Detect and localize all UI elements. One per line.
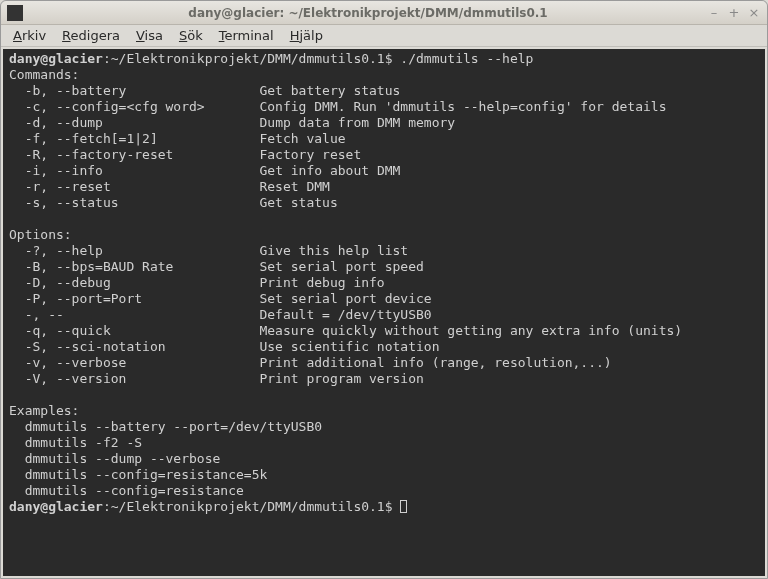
prompt-user: dany@glacier xyxy=(9,51,103,66)
menu-hjalp[interactable]: Hjälp xyxy=(284,26,329,45)
help-row: -f, --fetch[=1|2] Fetch value xyxy=(9,131,346,146)
example-row: dmmutils --battery --port=/dev/ttyUSB0 xyxy=(9,419,322,434)
minimize-button[interactable]: – xyxy=(707,6,721,20)
command-entered: ./dmmutils --help xyxy=(400,51,533,66)
help-row: -c, --config=<cfg word> Config DMM. Run … xyxy=(9,99,666,114)
help-row: -?, --help Give this help list xyxy=(9,243,408,258)
menubar: Arkiv Redigera Visa Sök Terminal Hjälp xyxy=(1,25,767,47)
prompt-user: dany@glacier xyxy=(9,499,103,514)
help-row: -V, --version Print program version xyxy=(9,371,424,386)
help-row: -, -- Default = /dev/ttyUSB0 xyxy=(9,307,432,322)
help-row: -B, --bps=BAUD Rate Set serial port spee… xyxy=(9,259,424,274)
example-row: dmmutils --config=resistance xyxy=(9,483,244,498)
menu-terminal[interactable]: Terminal xyxy=(213,26,280,45)
help-row: -s, --status Get status xyxy=(9,195,338,210)
help-row: -r, --reset Reset DMM xyxy=(9,179,330,194)
prompt-path: ~/Elektronikprojekt/DMM/dmmutils0.1 xyxy=(111,51,385,66)
window-title: dany@glacier: ~/Elektronikprojekt/DMM/dm… xyxy=(29,6,707,20)
terminal-window: dany@glacier: ~/Elektronikprojekt/DMM/dm… xyxy=(0,0,768,579)
example-row: dmmutils -f2 -S xyxy=(9,435,142,450)
prompt-path: ~/Elektronikprojekt/DMM/dmmutils0.1 xyxy=(111,499,385,514)
maximize-button[interactable]: + xyxy=(727,6,741,20)
menu-redigera[interactable]: Redigera xyxy=(56,26,126,45)
help-row: -P, --port=Port Set serial port device xyxy=(9,291,432,306)
menu-sok[interactable]: Sök xyxy=(173,26,209,45)
titlebar[interactable]: dany@glacier: ~/Elektronikprojekt/DMM/dm… xyxy=(1,1,767,25)
help-row: -d, --dump Dump data from DMM memory xyxy=(9,115,455,130)
menu-arkiv[interactable]: Arkiv xyxy=(7,26,52,45)
close-button[interactable]: × xyxy=(747,6,761,20)
help-row: -b, --battery Get battery status xyxy=(9,83,400,98)
terminal-output[interactable]: dany@glacier:~/Elektronikprojekt/DMM/dmm… xyxy=(3,49,765,576)
example-row: dmmutils --dump --verbose xyxy=(9,451,220,466)
terminal-app-icon xyxy=(7,5,23,21)
section-examples-header: Examples: xyxy=(9,403,79,418)
help-row: -S, --sci-notation Use scientific notati… xyxy=(9,339,439,354)
help-row: -q, --quick Measure quickly without gett… xyxy=(9,323,682,338)
menu-visa[interactable]: Visa xyxy=(130,26,169,45)
help-row: -i, --info Get info about DMM xyxy=(9,163,400,178)
section-options-header: Options: xyxy=(9,227,72,242)
example-row: dmmutils --config=resistance=5k xyxy=(9,467,267,482)
help-row: -D, --debug Print debug info xyxy=(9,275,385,290)
section-commands-header: Commands: xyxy=(9,67,79,82)
cursor xyxy=(400,500,407,513)
help-row: -v, --verbose Print additional info (ran… xyxy=(9,355,612,370)
help-row: -R, --factory-reset Factory reset xyxy=(9,147,361,162)
